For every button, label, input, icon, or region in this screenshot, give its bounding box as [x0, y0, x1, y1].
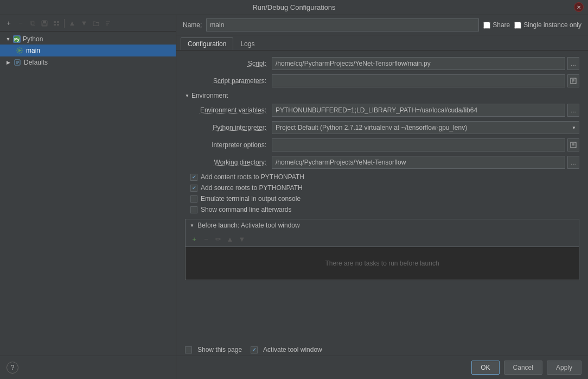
env-vars-label: Environment variables: [185, 106, 272, 114]
ok-button[interactable]: OK [471, 361, 499, 375]
help-button[interactable]: ? [7, 362, 18, 374]
python-interpreter-select[interactable]: Project Default (Python 2.7.12 virtualen… [272, 121, 579, 134]
defaults-arrow-icon: ▶ [4, 59, 12, 66]
script-input[interactable] [272, 57, 565, 70]
close-button[interactable]: ✕ [574, 2, 584, 12]
interpreter-options-expand-button[interactable] [567, 138, 579, 151]
emulate-terminal-label: Emulate terminal in output console [201, 195, 301, 203]
python-group-icon: Py [13, 35, 21, 43]
right-panel: Name: Share Single instance only Configu… [176, 15, 588, 356]
environment-arrow-icon: ▼ [185, 93, 189, 98]
tree-item-main[interactable]: main [0, 45, 176, 56]
svg-rect-3 [54, 21, 56, 23]
script-label: Script: [185, 60, 272, 67]
working-dir-input[interactable] [272, 156, 565, 169]
working-dir-row: Working directory: … [185, 156, 579, 169]
toolbar: + − ⧉ ▲ ▼ [0, 15, 176, 31]
script-row: Script: … [185, 57, 579, 70]
single-instance-area: Single instance only [514, 21, 581, 29]
before-launch-section: ▼ Before launch: Activate tool window + … [185, 219, 579, 280]
before-launch-remove-button[interactable]: − [201, 233, 212, 244]
before-launch-arrow-icon: ▼ [190, 223, 194, 228]
script-params-wrap [272, 74, 579, 87]
add-source-roots-label: Add source roots to PYTHONPATH [201, 184, 303, 192]
save-defaults-button[interactable] [39, 18, 50, 29]
show-command-line-row: Show command line afterwards [185, 206, 579, 213]
title-bar: Run/Debug Configurations ✕ [0, 0, 588, 15]
tab-configuration[interactable]: Configuration [181, 37, 233, 50]
tree-area: ▼ Py Python main [0, 31, 176, 356]
single-instance-label: Single instance only [523, 21, 581, 29]
defaults-icon [13, 58, 22, 67]
script-input-wrap: … [272, 57, 579, 70]
window-title: Run/Debug Configurations [252, 3, 335, 11]
before-launch-add-button[interactable]: + [189, 233, 200, 244]
single-instance-checkbox[interactable] [514, 22, 521, 29]
before-launch-header[interactable]: ▼ Before launch: Activate tool window [186, 219, 579, 231]
add-content-roots-checkbox[interactable]: ✔ [190, 174, 197, 181]
svg-rect-6 [57, 24, 59, 26]
svg-rect-1 [43, 21, 46, 23]
cancel-button[interactable]: Cancel [504, 361, 542, 375]
python-arrow-icon: ▼ [4, 35, 12, 43]
tab-logs[interactable]: Logs [233, 37, 261, 50]
name-input[interactable] [206, 18, 479, 31]
activate-tool-window-label: Activate tool window [263, 346, 322, 353]
add-button[interactable]: + [3, 18, 14, 29]
copy-button[interactable]: ⧉ [27, 18, 38, 29]
svg-text:Py: Py [14, 37, 20, 42]
tree-item-python[interactable]: ▼ Py Python [0, 34, 176, 45]
interpreter-options-label: Interpreter options: [185, 141, 272, 149]
script-browse-button[interactable]: … [567, 57, 579, 70]
before-launch-down-button[interactable]: ▼ [237, 233, 247, 244]
before-launch-edit-button[interactable]: ✏ [213, 233, 223, 244]
move-to-folder-button[interactable] [91, 18, 101, 29]
activate-tool-window-checkbox[interactable]: ✔ [251, 346, 258, 353]
env-vars-input[interactable] [272, 104, 565, 117]
main-content: + − ⧉ ▲ ▼ [0, 15, 588, 356]
add-source-roots-checkbox[interactable]: ✔ [190, 185, 197, 192]
add-source-roots-row: ✔ Add source roots to PYTHONPATH [185, 184, 579, 192]
bottom-checkboxes: Show this page ✔ Activate tool window [176, 342, 588, 356]
env-vars-browse-button[interactable]: … [567, 104, 579, 117]
share-label: Share [493, 21, 510, 29]
env-vars-wrap: … [272, 104, 579, 117]
svg-marker-13 [18, 49, 22, 52]
emulate-terminal-checkbox[interactable] [190, 195, 197, 203]
config-content: Script: … Script parameters: [176, 50, 588, 342]
right-actions: OK Cancel Apply [176, 356, 588, 379]
before-launch-toolbar: + − ✏ ▲ ▼ [186, 231, 579, 247]
share-checkbox-area: Share [483, 21, 510, 29]
python-interpreter-select-wrap: Project Default (Python 2.7.12 virtualen… [272, 121, 579, 134]
interpreter-options-input[interactable] [272, 138, 565, 151]
working-dir-browse-button[interactable]: … [567, 156, 579, 169]
show-this-page-checkbox[interactable] [185, 346, 192, 353]
add-content-roots-row: ✔ Add content roots to PYTHONPATH [185, 173, 579, 181]
python-interpreter-row: Python interpreter: Project Default (Pyt… [185, 121, 579, 134]
group-button[interactable] [51, 18, 62, 29]
sort-button[interactable] [103, 18, 113, 29]
remove-button[interactable]: − [15, 18, 26, 29]
tree-item-defaults[interactable]: ▶ Defaults [0, 56, 176, 68]
move-up-button[interactable]: ▲ [67, 18, 78, 29]
script-params-input[interactable] [272, 74, 565, 87]
working-dir-label: Working directory: [185, 159, 272, 166]
emulate-terminal-row: Emulate terminal in output console [185, 195, 579, 203]
script-params-expand-button[interactable] [567, 74, 579, 87]
interpreter-options-wrap [272, 138, 579, 151]
python-interpreter-label: Python interpreter: [185, 124, 272, 131]
run-config-icon [15, 46, 24, 55]
python-group-label: Python [23, 35, 43, 43]
working-dir-wrap: … [272, 156, 579, 169]
svg-rect-4 [57, 21, 59, 23]
name-bar: Name: Share Single instance only [176, 15, 588, 35]
environment-section-header[interactable]: ▼ Environment [185, 92, 579, 99]
move-down-button[interactable]: ▼ [79, 18, 90, 29]
svg-rect-5 [54, 24, 56, 26]
share-checkbox[interactable] [483, 22, 490, 29]
before-launch-up-button[interactable]: ▲ [225, 233, 235, 244]
show-command-line-checkbox[interactable] [190, 206, 197, 213]
defaults-label: Defaults [24, 59, 48, 66]
apply-button[interactable]: Apply [547, 361, 581, 375]
environment-section-title: Environment [191, 92, 228, 99]
